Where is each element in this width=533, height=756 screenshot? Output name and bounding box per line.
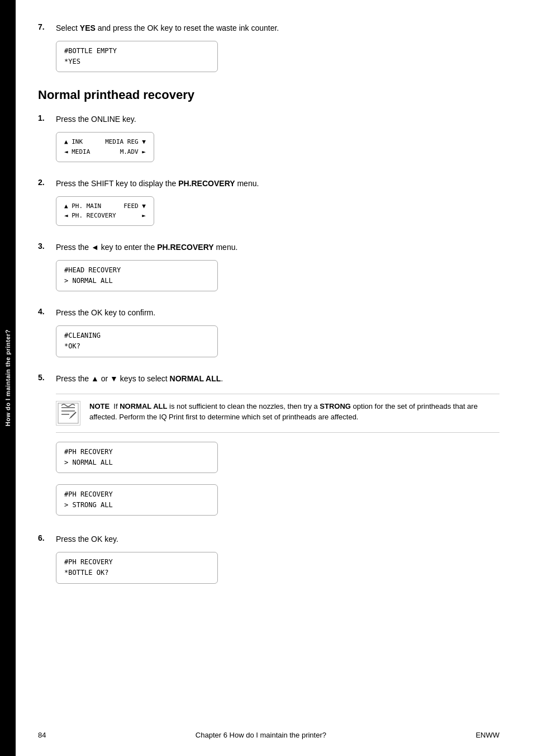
step-2-bold: PH.RECOVERY [178, 179, 235, 188]
step-2-pre: Press the SHIFT key to display the [56, 179, 178, 188]
footer-chapter: Chapter 6 How do I maintain the printer? [196, 731, 326, 739]
section-title: Normal printhead recovery [38, 88, 499, 102]
step-1-panel-row2: ◄ MEDIA M.ADV ► [64, 147, 146, 157]
step-1-left2: ◄ MEDIA [64, 147, 90, 157]
step-6-lcd-line2: *BOTTLE OK? [64, 568, 210, 578]
step-6-content: Press the OK key. #PH RECOVERY *BOTTLE O… [56, 533, 499, 585]
intro-lcd-line2: *YES [64, 56, 210, 67]
step-2-panel-row1: ▲ PH. MAIN FEED ▼ [64, 201, 146, 211]
step-2-panel: ▲ PH. MAIN FEED ▼ ◄ PH. RECOVERY ► [56, 196, 154, 226]
step-4-number: 4. [38, 307, 49, 359]
step-5-pre: Press the ▲ or ▼ keys to select [56, 374, 170, 383]
step-5-lcd1: #PH RECOVERY > NORMAL ALL [56, 442, 218, 473]
step-1-number: 1. [38, 114, 49, 164]
footer-page-number: 84 [38, 731, 46, 739]
step-2-left1: ▲ PH. MAIN [64, 201, 101, 211]
step-5-lcd2-line1: #PH RECOVERY [64, 489, 210, 500]
step-3-number: 3. [38, 242, 49, 294]
step-3-text: Press the ◄ key to enter the PH.RECOVERY… [56, 242, 499, 253]
note-text-pre: If [113, 402, 120, 410]
intro-step-text: Select YES and press the OK key to reset… [56, 22, 499, 34]
step-2-content: Press the SHIFT key to display the PH.RE… [56, 178, 499, 228]
main-content: 7. Select YES and press the OK key to re… [16, 0, 533, 756]
step-6: 6. Press the OK key. #PH RECOVERY *BOTTL… [38, 533, 499, 585]
step-5-content: Press the ▲ or ▼ keys to select NORMAL A… [56, 373, 499, 521]
step-6-lcd-line1: #PH RECOVERY [64, 557, 210, 568]
step-3-bold: PH.RECOVERY [157, 243, 213, 252]
note-content: NOTE If NORMAL ALL is not sufficient to … [89, 401, 499, 423]
step-4: 4. Press the OK key to confirm. #CLEANIN… [38, 307, 499, 359]
intro-lcd-line1: #BOTTLE EMPTY [64, 46, 210, 56]
step-1-panel-row1: ▲ INK MEDIA REG ▼ [64, 137, 146, 147]
step-5-number: 5. [38, 373, 49, 521]
intro-step-number: 7. [38, 22, 49, 74]
note-icon-svg [57, 402, 79, 424]
step-3: 3. Press the ◄ key to enter the PH.RECOV… [38, 242, 499, 294]
step-1-text: Press the ONLINE key. [56, 114, 499, 125]
step-1-right2: M.ADV ► [120, 147, 146, 157]
step-2-text: Press the SHIFT key to display the PH.RE… [56, 178, 499, 190]
step-4-lcd-line1: #CLEANING [64, 330, 210, 341]
page-container: How do I maintain the printer? 7. Select… [0, 0, 533, 756]
step-1-right1: MEDIA REG ▼ [105, 137, 146, 147]
step-2-right1: FEED ▼ [123, 201, 146, 211]
sidebar: How do I maintain the printer? [0, 0, 16, 756]
step-2: 2. Press the SHIFT key to display the PH… [38, 178, 499, 228]
step-5-lcd2: #PH RECOVERY > STRONG ALL [56, 484, 218, 516]
step-4-lcd: #CLEANING *OK? [56, 325, 218, 357]
step-3-content: Press the ◄ key to enter the PH.RECOVERY… [56, 242, 499, 294]
sidebar-label: How do I maintain the printer? [4, 329, 11, 426]
step-2-number: 2. [38, 178, 49, 228]
step-3-lcd: #HEAD RECOVERY > NORMAL ALL [56, 260, 218, 291]
step-2-left2: ◄ PH. RECOVERY [64, 211, 116, 221]
step-6-text: Press the OK key. [56, 533, 499, 545]
svg-line-5 [69, 418, 70, 419]
intro-text-post: and press the OK key to reset the waste … [96, 23, 279, 32]
intro-step: 7. Select YES and press the OK key to re… [38, 22, 499, 74]
footer: 84 Chapter 6 How do I maintain the print… [38, 731, 499, 739]
step-5-lcd1-line2: > NORMAL ALL [64, 457, 210, 468]
intro-bold: YES [80, 23, 96, 32]
step-1-panel: ▲ INK MEDIA REG ▼ ◄ MEDIA M.ADV ► [56, 132, 154, 162]
step-3-lcd-line2: > NORMAL ALL [64, 276, 210, 286]
step-1: 1. Press the ONLINE key. ▲ INK MEDIA REG… [38, 114, 499, 164]
step-5-lcd1-line1: #PH RECOVERY [64, 447, 210, 457]
note-bold1: NORMAL ALL [120, 402, 167, 410]
note-label: NOTE [89, 402, 110, 410]
step-1-content: Press the ONLINE key. ▲ INK MEDIA REG ▼ … [56, 114, 499, 164]
step-2-post: menu. [235, 179, 259, 188]
step-4-content: Press the OK key to confirm. #CLEANING *… [56, 307, 499, 359]
step-3-lcd-line1: #HEAD RECOVERY [64, 265, 210, 276]
footer-brand: ENWW [475, 731, 499, 739]
intro-text-pre: Select [56, 23, 80, 32]
note-text-mid: is not sufficient to clean the nozzles, … [167, 402, 320, 410]
step-5-bold: NORMAL ALL [170, 374, 221, 383]
step-4-text: Press the OK key to confirm. [56, 307, 499, 319]
step-5-lcd2-wrap: #PH RECOVERY > STRONG ALL [56, 484, 499, 518]
step-3-post: menu. [214, 243, 238, 252]
note-icon [56, 401, 80, 426]
step-5-lcd2-line2: > STRONG ALL [64, 500, 210, 511]
step-5-post: . [221, 374, 223, 383]
step-2-right2: ► [142, 211, 146, 221]
step-5-text: Press the ▲ or ▼ keys to select NORMAL A… [56, 373, 499, 385]
svg-line-4 [70, 412, 76, 418]
intro-lcd: #BOTTLE EMPTY *YES [56, 41, 218, 72]
step-5: 5. Press the ▲ or ▼ keys to select NORMA… [38, 373, 499, 521]
step-6-number: 6. [38, 533, 49, 585]
step-1-left1: ▲ INK [64, 137, 83, 147]
step-6-lcd: #PH RECOVERY *BOTTLE OK? [56, 552, 218, 583]
intro-step-content: Select YES and press the OK key to reset… [56, 22, 499, 74]
step-3-pre: Press the ◄ key to enter the [56, 243, 157, 252]
note-bold2: STRONG [320, 402, 351, 410]
note-box: NOTE If NORMAL ALL is not sufficient to … [56, 394, 499, 433]
step-4-lcd-line2: *OK? [64, 341, 210, 352]
step-2-panel-row2: ◄ PH. RECOVERY ► [64, 211, 146, 221]
step-5-lcd1-wrap: #PH RECOVERY > NORMAL ALL [56, 442, 499, 475]
